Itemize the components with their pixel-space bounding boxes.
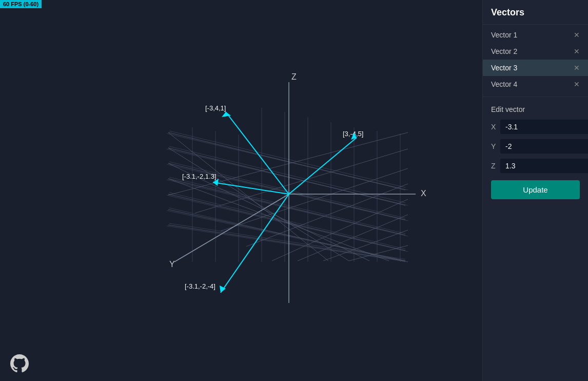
svg-line-32 xyxy=(195,149,408,213)
y-label: Y xyxy=(491,142,500,150)
y-field-row: Y xyxy=(491,139,580,154)
x-field-row: X xyxy=(491,120,580,134)
vector-item-4[interactable]: Vector 4 ✕ xyxy=(483,76,588,92)
vector-item-1[interactable]: Vector 1 ✕ xyxy=(483,27,588,43)
vector-2-label: Vector 2 xyxy=(491,47,517,55)
panel-title: Vectors xyxy=(483,0,588,25)
y-input[interactable] xyxy=(500,139,588,154)
vector-3-label: [-3.1,-2,1.3] xyxy=(182,173,216,180)
fps-counter: 60 FPS (0-60) xyxy=(0,0,42,8)
svg-line-41 xyxy=(168,148,349,261)
svg-line-27 xyxy=(168,179,405,235)
z-label: Z xyxy=(491,162,500,170)
y-axis xyxy=(174,194,289,262)
canvas-area: X Y Z [-3,4,1] [3,-4,5] [-3.1,-2,1.3] [-… xyxy=(0,0,482,381)
vector-1-label: Vector 1 xyxy=(491,31,517,39)
z-input[interactable] xyxy=(500,159,588,173)
z-axis-label: Z xyxy=(291,72,297,81)
x-input[interactable] xyxy=(500,120,588,134)
3d-graph: X Y Z [-3,4,1] [3,-4,5] [-3.1,-2,1.3] [-… xyxy=(0,0,482,381)
vector-list: Vector 1 ✕ Vector 2 ✕ Vector 3 ✕ Vector … xyxy=(483,25,588,94)
vector-3-close[interactable]: ✕ xyxy=(574,64,580,71)
svg-line-28 xyxy=(168,194,405,251)
vector-item-3[interactable]: Vector 3 ✕ xyxy=(483,60,588,76)
vector-2-close[interactable]: ✕ xyxy=(574,48,580,55)
svg-line-6 xyxy=(167,226,408,262)
update-button[interactable]: Update xyxy=(491,180,580,199)
x-axis-label: X xyxy=(421,189,426,198)
divider xyxy=(483,97,588,97)
y-axis-label: Y xyxy=(169,260,175,269)
vector-4-label: [-3.1,-2,-4] xyxy=(185,282,215,290)
github-icon[interactable] xyxy=(10,354,29,373)
vector-1-line xyxy=(226,112,289,194)
vector-1-close[interactable]: ✕ xyxy=(574,31,580,39)
svg-line-38 xyxy=(349,245,408,261)
svg-line-11 xyxy=(169,193,405,249)
vector-1-label: [-3,4,1] xyxy=(205,104,226,112)
svg-line-31 xyxy=(168,132,408,195)
vector-item-2[interactable]: Vector 2 ✕ xyxy=(483,43,588,60)
svg-line-33 xyxy=(221,168,408,231)
vector-3-label: Vector 3 xyxy=(491,64,517,72)
vector-4-label: Vector 4 xyxy=(491,80,517,88)
x-label: X xyxy=(491,123,500,131)
right-panel: Vectors Vector 1 ✕ Vector 2 ✕ Vector 3 ✕… xyxy=(482,0,588,381)
z-field-row: Z xyxy=(491,159,580,173)
edit-section: Edit vector X Y Z Update xyxy=(483,99,588,205)
svg-line-36 xyxy=(298,215,408,261)
svg-line-29 xyxy=(168,209,405,261)
vector-4-close[interactable]: ✕ xyxy=(574,81,580,88)
edit-title: Edit vector xyxy=(491,105,580,113)
svg-line-9 xyxy=(169,162,405,218)
